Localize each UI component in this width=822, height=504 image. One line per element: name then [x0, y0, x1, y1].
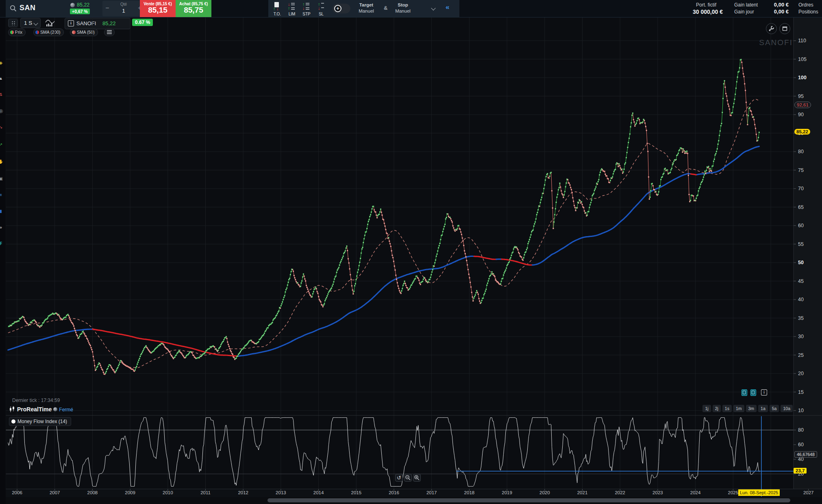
timeframe-pill-3m[interactable]: 3m [746, 405, 757, 412]
price-axis-label: 45 [798, 278, 804, 284]
price-chart-canvas[interactable] [0, 0, 822, 504]
to-order-icon: ↑↓ [273, 2, 281, 10]
target-mode[interactable]: TargetManuel [354, 2, 378, 14]
date-axis-badge: Lun. 08-Sept.-2025 [738, 489, 780, 496]
alert-tool-icon[interactable]: ↘ [0, 125, 4, 129]
indicator-label-chip[interactable]: Money Flow Index (14) [9, 417, 71, 426]
year-axis-label: 2023 [649, 490, 667, 495]
year-axis-label: 2010 [159, 490, 177, 495]
year-axis-label: 2016 [385, 490, 403, 495]
collapse-toolbar-button[interactable]: « [446, 3, 449, 11]
auto-tool-icon[interactable]: ⓐ [0, 109, 4, 114]
mfi-value-axis-badge: 46,67648 [794, 451, 817, 458]
price-axis-label: 65 [798, 204, 804, 210]
stop-mode[interactable]: StopManuel [391, 2, 415, 14]
timeframe-pill-1a[interactable]: 1a [758, 405, 768, 412]
order-type-lim-button[interactable]: ↓ ↑ LIM [285, 1, 298, 17]
cursor-tool-icon[interactable]: ▲ [0, 76, 4, 80]
year-axis-label: 2021 [574, 490, 591, 495]
price-axis-label: 55 [798, 241, 804, 247]
zoom-out-button[interactable] [404, 474, 412, 482]
measure-tool-icon[interactable]: ▣ [0, 176, 4, 181]
positions-link[interactable]: Positions [798, 9, 818, 15]
topbar-change-badge: +0,67 % [70, 9, 90, 14]
topbar-last-price: 85,22 [77, 2, 89, 8]
copy-data-icon[interactable] [750, 389, 756, 396]
zone-tool-icon[interactable]: ▮ [0, 209, 4, 213]
timeframe-pill-2j[interactable]: 2j [713, 405, 721, 412]
price-axis-label: 35 [798, 315, 804, 321]
price-axis-label: 60 [798, 223, 804, 228]
price-axis-label: 80 [798, 149, 804, 154]
year-axis-label: 2024 [687, 490, 705, 495]
updown-tool-icon[interactable]: ⇅ [0, 92, 4, 97]
portfolio-label: Port. fictif [696, 2, 716, 8]
year-axis-label: 2017 [423, 490, 441, 495]
price-axis-label: 10 [798, 408, 804, 413]
mfi-axis-label: 60 [798, 442, 804, 448]
price-axis-label: 25 [798, 352, 804, 358]
price-axis-label: 30 [798, 334, 804, 339]
orders-link[interactable]: Ordres [798, 2, 813, 8]
price-axis-label: 50 [798, 260, 804, 265]
market-state: Fermé [59, 407, 73, 413]
order-type-sl-button[interactable]: ↑ ↓ SL [315, 1, 328, 17]
sell-price: 85,15 [140, 6, 176, 14]
brand-row: ProRealTimeFermé [9, 406, 73, 413]
gain-day-label: Gain jour [734, 9, 754, 15]
reset-zoom-button[interactable]: ↺ [395, 474, 403, 482]
price-axis-label: 20 [798, 371, 804, 376]
order-type-stp-button[interactable]: ↑ ↓ STP [300, 1, 313, 17]
hand-tool-icon[interactable]: ✋ [0, 159, 4, 164]
sell-button[interactable]: Vente (85,15 €) 85,15 [140, 0, 176, 17]
globe-icon [53, 407, 57, 411]
copy-chart-icon[interactable] [742, 389, 747, 396]
search-icon[interactable] [10, 5, 17, 12]
instrument-orb-icon [70, 3, 75, 7]
forecast-tool-icon[interactable]: F [0, 241, 4, 246]
add-order-button[interactable]: + [333, 4, 350, 13]
timeframe-pill-1j[interactable]: 1j [702, 405, 711, 412]
timeframe-quick-row: 1j2j1s1m3m1a5a10a [702, 405, 793, 412]
year-axis-label: 2007 [46, 490, 64, 495]
buy-arrow-icon[interactable]: ↗ [0, 142, 4, 147]
expand-strip-icon[interactable]: » [0, 225, 4, 230]
last-price-axis-badge: 85,22 [794, 129, 810, 135]
quantity-stepper[interactable]: − Qté 1 + [102, 1, 145, 16]
year-axis-label: 2018 [460, 490, 478, 495]
lim-order-icon: ↓ ↑ [288, 2, 296, 10]
timeframe-pill-1s[interactable]: 1s [722, 405, 732, 412]
gain-day-value: 0,00 € [764, 9, 789, 15]
price-axis-label: 105 [798, 56, 807, 62]
plus-icon: + [334, 5, 341, 12]
timeframe-pill-1m[interactable]: 1m [733, 405, 744, 412]
year-axis-label: 2009 [121, 490, 139, 495]
price-axis-label: 110 [798, 38, 806, 43]
price-axis-label: 100 [798, 75, 807, 80]
fib-tool-icon[interactable]: ≡ [0, 193, 4, 197]
symbol-ticker[interactable]: SAN [20, 4, 36, 12]
trading-topbar: SAN 85,22 +0,67 % − Qté 1 + Vente (85,15… [0, 0, 822, 17]
order-type-to-button[interactable]: ↑↓ T.O. [271, 1, 284, 17]
price-axis-label: 15 [798, 389, 804, 395]
year-axis-label: 2019 [498, 490, 516, 495]
year-axis-label: 2013 [272, 490, 290, 495]
buy-button[interactable]: Achat (85,75 €) 85,75 [176, 0, 211, 17]
amp-label: & [384, 5, 387, 11]
year-axis-label: 2012 [234, 490, 252, 495]
gain-latent-value: 0,00 € [764, 2, 789, 8]
timeframe-pill-10a[interactable]: 10a [781, 405, 793, 412]
zoom-out-icon [405, 475, 411, 481]
draw-tool-icon[interactable]: ✚ [0, 61, 4, 65]
year-axis-label: 2008 [83, 490, 101, 495]
timeframe-pill-5a[interactable]: 5a [770, 405, 779, 412]
zoom-in-button[interactable] [413, 474, 421, 482]
mfi-axis-label: 80 [798, 427, 804, 433]
stp-order-icon: ↑ ↓ [302, 2, 311, 10]
trading-workspace: 1101051009590858075706560555045403530252… [0, 0, 822, 504]
zoom-in-icon [414, 475, 420, 481]
horizontal-scrollbar-thumb[interactable] [267, 498, 790, 502]
left-toolbar-strip[interactable]: ✚ ▲ ⇅ ⓐ ↘ ↗ ✋ ▣ ≡ ▮ » F [0, 17, 6, 504]
last-tick-time: Dernier tick : 17:34:59 [12, 398, 60, 403]
gain-latent-label: Gain latent [734, 2, 758, 8]
